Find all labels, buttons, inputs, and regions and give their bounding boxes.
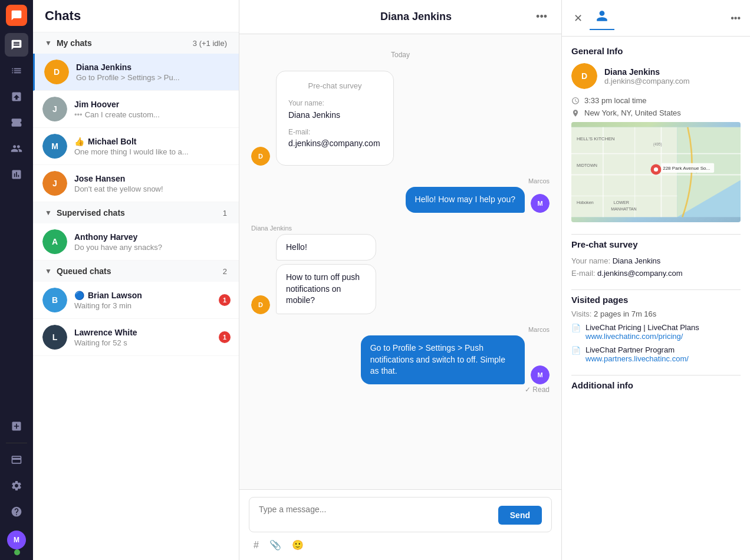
chat-info-anthony: Anthony Harvey Do you have any snacks? [74,232,229,252]
nav-user-avatar[interactable]: M [5,528,28,552]
emoji-button[interactable]: 🙂 [290,537,306,553]
chat-name-anthony: Anthony Harvey [74,232,229,242]
attachment-button[interactable]: 📎 [267,537,284,553]
my-chats-count: 3 (+1 idle) [193,39,227,48]
nav-item-analytics[interactable] [5,163,28,186]
nav-item-tickets[interactable] [5,111,28,134]
chat-item-anthony[interactable]: A Anthony Harvey Do you have any snacks? [33,223,239,261]
avatar-jim: J [42,97,67,121]
messenger-icon: 🔵 [74,291,84,300]
chat-name-jim: Jim Hoover [74,100,229,109]
avatar-placeholder: M [531,365,550,384]
map-background: HELL'S KITCHEN MIDTOWN Hoboken LOWER MAN… [571,122,741,222]
avatar-michael: M [42,134,67,159]
nav-item-visitors[interactable] [5,137,28,160]
message-input[interactable] [259,505,494,523]
incoming-msg-group-1: Diana Jenkins D Hello! How to turn off p… [251,225,550,314]
nav-item-settings[interactable] [5,474,28,498]
clock-icon [571,97,580,105]
survey-email-value: d.jenkins@company.com [288,138,381,150]
chat-item-brian[interactable]: B 🔵 Brian Lawson Waiting for 3 min 1 [33,282,239,319]
chat-name-lawrence: Lawrence White [74,328,229,337]
chat-name-michael: 👍 Michael Bolt [74,137,229,146]
location-icon [571,109,580,117]
section-divider-1 [571,234,741,235]
incoming-bubbles: Hello! How to turn off push notification… [276,234,458,314]
nav-item-chats[interactable] [5,33,28,57]
outgoing-msg-row-1: M Hello! How may I help you? [251,187,550,213]
nav-item-help[interactable] [5,500,28,523]
chat-item-lawrence[interactable]: L Lawrence White Waiting for 52 s 1 [33,319,239,356]
panel-profile-tab[interactable] [590,6,614,30]
chat-item-michael[interactable]: M 👍 Michael Bolt One more thing I would … [33,128,239,165]
panel-more-button[interactable]: ••• [731,13,741,24]
outgoing-avatar-2: M [531,365,550,384]
visits-label: Visits: [571,309,591,318]
svg-text:HELL'S KITCHEN: HELL'S KITCHEN [577,136,615,141]
survey-email-field-value: d.jenkins@company.com [597,269,682,278]
chat-preview-jose: Don't eat the yellow snow! [74,185,229,193]
my-chats-chevron: ▼ [45,39,52,47]
nav-item-billing[interactable] [5,448,28,472]
hashtag-button[interactable]: # [251,537,261,553]
outgoing-avatar-1: M [531,194,550,213]
read-status: ✓ Read [251,386,550,394]
survey-name-field: Your name: Diana Jenkins [571,256,741,265]
survey-section-title: Pre-chat survey [571,239,741,249]
location-map[interactable]: HELL'S KITCHEN MIDTOWN Hoboken LOWER MAN… [571,122,741,222]
page-url-1[interactable]: www.livechatinc.com/pricing/ [585,332,683,341]
visited-pages-title: Visited pages [571,295,741,305]
nav-item-inbox[interactable] [5,85,28,108]
person-email: d.jenkins@company.com [604,77,689,85]
visits-meta: Visits: 2 pages in 7m 16s [571,309,741,318]
chat-preview-diana: Go to Profile > Settings > Pu... [76,73,229,82]
avatar-anthony: A [42,229,67,254]
badge-brian: 1 [219,294,231,306]
chat-name-brian: 🔵 Brian Lawson [74,291,229,300]
avatar-placeholder: M [531,194,550,213]
additional-info-title: Additional info [571,380,741,390]
survey-bubble: Pre-chat survey Your name: Diana Jenkins… [276,71,394,166]
right-panel: ✕ ••• General Info D Diana Jenkins d.jen… [561,0,750,560]
svg-text:228 Park Avenue So...: 228 Park Avenue So... [663,166,710,171]
outgoing-bubble-2: Go to Profile > Settings > Push notifica… [361,335,525,384]
more-options-button[interactable]: ••• [534,8,550,25]
panel-close-button[interactable]: ✕ [571,9,585,27]
general-info-person: D Diana Jenkins d.jenkins@company.com [571,63,741,89]
pre-chat-survey-section: Pre-chat survey Your name: Diana Jenkins… [571,239,741,278]
page-title-1: LiveChat Pricing | LiveChat Plans [585,323,699,332]
chat-preview-lawrence: Waiting for 52 s [74,338,229,347]
input-tools: # 📎 🙂 [249,532,552,553]
incoming-bubble-question: How to turn off push notifications on mo… [276,264,376,314]
chat-item-diana[interactable]: D Diana Jenkins Go to Profile > Settings… [33,54,239,91]
day-divider: Today [251,51,550,59]
survey-email-field: E-mail: d.jenkins@company.com [571,269,741,278]
queued-chats-header[interactable]: ▼ Queued chats 2 [33,261,239,282]
send-button[interactable]: Send [498,506,542,525]
user-status-indicator [14,549,20,555]
chat-item-jose[interactable]: J Jose Hansen Don't eat the yellow snow! [33,165,239,202]
avatar-placeholder: D [251,147,270,166]
supervised-list: A Anthony Harvey Do you have any snacks? [33,223,239,261]
queued-chevron: ▼ [45,267,52,275]
avatar-placeholder: J [42,97,67,121]
location-text: New York, NY, United States [584,108,681,117]
panel-content: General Info D Diana Jenkins d.jenkins@c… [562,37,750,411]
nav-item-reports[interactable] [5,59,28,83]
avatar-diana: D [44,60,69,84]
my-chats-section-header[interactable]: ▼ My chats 3 (+1 idle) [33,32,239,54]
outgoing-msg-group-2: Marcos M Go to Profile > Settings > Push… [251,326,550,394]
chat-item-jim[interactable]: J Jim Hoover ••• Can I create custom... [33,91,239,128]
incoming-msg-row-1: D Hello! How to turn off push notificati… [251,234,550,314]
local-time-item: 3:33 pm local time [571,96,741,105]
supervised-label: Supervised chats [57,208,223,218]
queued-label: Queued chats [57,266,223,276]
page-url-2[interactable]: www.partners.livechatinc.com/ [585,354,689,363]
visited-pages-section: Visited pages Visits: 2 pages in 7m 16s … [571,295,741,363]
page-link-2: 📄 LiveChat Partner Program www.partners.… [571,345,741,363]
outgoing-sender-name-1: Marcos [251,177,550,185]
app-logo[interactable] [6,5,27,26]
nav-item-add[interactable] [5,414,28,438]
supervised-chats-header[interactable]: ▼ Supervised chats 1 [33,202,239,223]
chat-header-actions: ••• [534,8,550,25]
